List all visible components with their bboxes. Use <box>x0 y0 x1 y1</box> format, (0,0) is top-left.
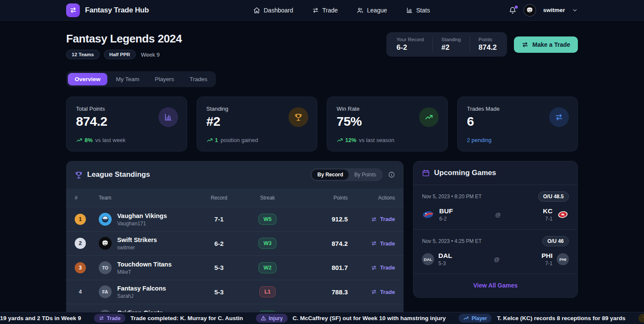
toggle-by-record[interactable]: By Record <box>312 170 349 180</box>
at-symbol: @ <box>494 256 499 263</box>
col-record: Record <box>194 195 244 201</box>
view-all-games-link[interactable]: View All Games <box>473 282 518 289</box>
nav-menu: Dashboard Trade League Stats <box>253 7 430 14</box>
nav-item-stats[interactable]: Stats <box>406 7 430 14</box>
username[interactable]: switmer <box>543 7 565 13</box>
tab-players[interactable]: Players <box>148 73 181 85</box>
trade-label: Trade <box>380 264 395 271</box>
nav-item-league[interactable]: League <box>357 7 387 14</box>
rank-badge: 3 <box>75 262 86 273</box>
brand-name: Fantasy Trade Hub <box>85 6 149 15</box>
stat-suffix: vs last week <box>95 137 126 143</box>
col-rank: # <box>75 195 99 201</box>
toggle-by-points[interactable]: By Points <box>349 170 382 180</box>
team-avatar <box>99 213 112 226</box>
ticker-text: 19 yards and 2 TDs in Week 9 <box>0 315 81 321</box>
team-avatar <box>99 237 112 250</box>
trending-up-icon <box>76 137 82 143</box>
trade-badge: Trade <box>94 314 125 323</box>
ticker-item: Waiver D. Hopkins claimed off waivers <box>638 314 644 323</box>
chevron-down-icon[interactable] <box>572 7 578 13</box>
trending-up-icon <box>419 107 439 127</box>
ticker-item: 19 yards and 2 TDs in Week 9 <box>0 315 81 321</box>
streak-badge: W2 <box>258 262 277 273</box>
away-team-abbr: DAL <box>438 252 452 259</box>
rank-badge: 1 <box>75 214 86 225</box>
waiver-badge: Waiver <box>638 314 644 323</box>
ticker-text: C. McCaffrey (SF) out for Week 10 with h… <box>293 315 446 321</box>
quick-stat-label: Standing <box>441 37 461 42</box>
stat-card-trades-made: Trades Made 6 2 pending <box>457 97 578 151</box>
over-under-badge: O/U 46 <box>542 236 569 246</box>
game-item: Nov 5, 2023 • 8:20 PM ET O/U 48.5 BUF6-2… <box>413 185 577 229</box>
col-streak: Streak <box>244 195 291 201</box>
trade-button[interactable]: Trade <box>371 289 395 295</box>
home-team-record: 7-1 <box>543 216 553 222</box>
tab-trades[interactable]: Trades <box>183 73 215 85</box>
nav-label: Dashboard <box>264 7 293 14</box>
week-label: Week 9 <box>141 51 160 58</box>
table-row: 4 FA Fantasy FalconsSarahJ 5-3 L1 788.3 … <box>66 280 404 304</box>
away-team-record: 6-2 <box>439 216 453 222</box>
streak-badge: W3 <box>258 238 277 249</box>
bills-logo <box>422 210 435 219</box>
rank-badge: 4 <box>75 286 86 297</box>
team-points: 874.2 <box>291 240 348 247</box>
streak-badge: W5 <box>258 214 277 225</box>
team-owner: SarahJ <box>117 293 166 299</box>
tab-my-team[interactable]: My Team <box>109 73 146 85</box>
user-avatar[interactable] <box>523 4 536 17</box>
home-icon <box>253 7 260 14</box>
nav-label: League <box>367 7 387 14</box>
team-name: Vaughan Vikings <box>117 212 167 219</box>
notifications-bell-icon[interactable] <box>509 6 516 14</box>
stat-card-total-points: Total Points 874.2 8% vs last week <box>66 97 187 151</box>
pending-trades-link[interactable]: 2 pending <box>467 137 492 143</box>
game-datetime: Nov 5, 2023 • 4:25 PM ET <box>422 238 482 244</box>
home-team-record: 7-1 <box>541 260 553 266</box>
team-owner: switmer <box>117 245 157 251</box>
nav-item-dashboard[interactable]: Dashboard <box>253 7 293 14</box>
home-team-abbr: PHI <box>541 252 553 259</box>
info-icon[interactable] <box>388 171 395 178</box>
trade-button[interactable]: Trade <box>371 240 395 247</box>
quick-stat-value: 874.2 <box>479 43 497 52</box>
tab-overview[interactable]: Overview <box>68 73 107 85</box>
calendar-icon <box>422 169 430 177</box>
notification-dot <box>515 6 518 9</box>
users-icon <box>357 7 364 14</box>
cowboys-logo: DAL <box>422 253 434 265</box>
bar-chart-icon <box>406 7 413 14</box>
trophy-icon <box>289 107 308 127</box>
stat-suffix: position gained <box>221 137 258 143</box>
quick-stat-label: Your Record <box>397 37 424 42</box>
make-a-trade-button[interactable]: Make a Trade <box>514 36 578 53</box>
upcoming-games-panel: Upcoming Games Nov 5, 2023 • 8:20 PM ET … <box>413 161 578 298</box>
ticker-item: Trade Trade completed: K. Murray for C. … <box>94 314 243 323</box>
chiefs-logo <box>557 210 569 219</box>
trade-label: Trade <box>380 289 395 295</box>
ticker-text: T. Kelce (KC) records 8 receptions for 8… <box>497 315 625 321</box>
nav-item-trade[interactable]: Trade <box>312 7 338 14</box>
trade-button[interactable]: Trade <box>371 216 395 222</box>
stat-card-win-rate: Win Rate 75% 12% vs last season <box>327 97 448 151</box>
view-tabs: Overview My Team Players Trades <box>66 71 216 87</box>
brand[interactable]: Fantasy Trade Hub <box>66 3 149 17</box>
streak-badge: L1 <box>259 286 276 297</box>
at-symbol: @ <box>495 212 501 218</box>
away-team-abbr: BUF <box>439 207 453 215</box>
team-record: 5-3 <box>194 264 244 271</box>
team-record: 6-2 <box>194 240 244 247</box>
badge-label: Injury <box>269 315 283 321</box>
trade-label: Trade <box>380 216 395 222</box>
standings-title: League Standings <box>87 170 150 179</box>
nav-label: Stats <box>416 7 430 14</box>
over-under-badge: O/U 48.5 <box>538 191 569 202</box>
news-ticker: 19 yards and 2 TDs in Week 9 Trade Trade… <box>0 312 644 324</box>
trade-button[interactable]: Trade <box>371 264 395 271</box>
stat-delta: 1 <box>215 137 218 143</box>
team-name: Touchdown Titans <box>117 261 172 268</box>
cta-label: Make a Trade <box>532 41 570 48</box>
injury-badge: Injury <box>256 314 288 323</box>
standings-header-row: # Team Record Streak Points Actions <box>66 188 404 207</box>
